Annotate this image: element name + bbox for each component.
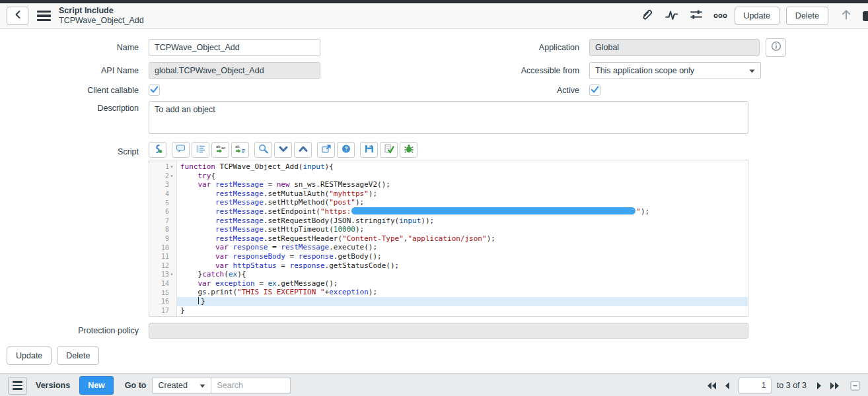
more-options-icon bbox=[713, 10, 727, 22]
syntax-check-icon bbox=[384, 144, 394, 156]
code-line: }catch(ex){ bbox=[177, 270, 748, 279]
new-version-button[interactable]: New bbox=[79, 376, 114, 395]
caret-down-icon bbox=[199, 381, 205, 390]
protection-policy-label: Protection policy bbox=[0, 326, 149, 335]
code-fold-icon[interactable]: ▾ bbox=[169, 271, 174, 277]
first-page-button[interactable] bbox=[706, 381, 717, 390]
goto-label: Go to bbox=[125, 381, 147, 390]
api-name-input bbox=[149, 62, 320, 79]
checkmark-icon bbox=[591, 84, 599, 96]
name-label: Name bbox=[0, 43, 149, 52]
code-line: var exception = ex.getMessage(); bbox=[177, 279, 748, 288]
attachment-button[interactable] bbox=[640, 9, 655, 22]
save-icon bbox=[364, 144, 375, 156]
editor-code[interactable]: function TCPWave_Object_Add(input){ try{… bbox=[177, 160, 748, 316]
editor-gutter: 1▾2▾3▾4▾5▾6▾7▾8▾9▾10▾11▾12▾13▾14▾15▾16▾1… bbox=[149, 160, 177, 316]
last-page-button[interactable] bbox=[829, 381, 840, 390]
find-previous-button[interactable] bbox=[294, 142, 312, 158]
script-include-form: Name Application API Name Accessible fro… bbox=[0, 29, 868, 339]
line-number: 11 bbox=[161, 253, 169, 260]
application-info-button[interactable] bbox=[766, 38, 786, 57]
search-button[interactable] bbox=[254, 142, 272, 158]
search-icon bbox=[258, 144, 269, 156]
versions-list-menu-button[interactable] bbox=[8, 377, 27, 395]
open-new-window-icon bbox=[321, 144, 332, 156]
back-button[interactable] bbox=[7, 7, 28, 25]
line-number: 7 bbox=[165, 217, 169, 224]
personalize-form-button[interactable] bbox=[689, 9, 704, 22]
activity-stream-button[interactable] bbox=[665, 9, 679, 22]
replace-all-button[interactable]: ab bbox=[231, 142, 249, 158]
api-name-label: API Name bbox=[0, 66, 149, 75]
script-editor-toolbar: abacab? bbox=[149, 142, 748, 158]
comment-button[interactable] bbox=[172, 142, 190, 158]
format-document-button[interactable] bbox=[192, 142, 209, 158]
form-header: Script Include TCPWave_Object_Add Update… bbox=[0, 3, 868, 29]
previous-page-button[interactable] bbox=[723, 381, 731, 390]
code-line: var response = restMessage.execute(); bbox=[177, 243, 748, 252]
client-callable-label: Client callable bbox=[0, 86, 149, 95]
row-range-text: to 3 of 3 bbox=[777, 381, 807, 390]
goto-search-input[interactable] bbox=[211, 377, 291, 394]
save-button[interactable] bbox=[360, 142, 378, 158]
line-number: 4 bbox=[165, 190, 169, 197]
footer-delete-button[interactable]: Delete bbox=[57, 346, 99, 365]
code-line: gs.print("THIS IS EXCEPTION "+exception)… bbox=[177, 288, 748, 297]
more-options-button[interactable] bbox=[713, 9, 728, 22]
debug-icon bbox=[404, 144, 414, 156]
redacted-endpoint-overlay bbox=[351, 207, 635, 214]
page-number-input[interactable] bbox=[739, 378, 772, 394]
client-callable-checkbox[interactable] bbox=[149, 84, 160, 96]
script-label: Script bbox=[0, 142, 149, 156]
application-label: Application bbox=[490, 43, 589, 52]
debug-button[interactable] bbox=[400, 142, 417, 158]
code-line: restMessage.setHttpMethod("post"); bbox=[177, 198, 748, 207]
syntax-check-button[interactable] bbox=[380, 142, 398, 158]
svg-text:ac: ac bbox=[221, 146, 225, 150]
name-input[interactable] bbox=[149, 39, 320, 56]
description-textarea[interactable]: To add an object bbox=[149, 101, 748, 134]
description-label: Description bbox=[0, 101, 149, 113]
help-button[interactable]: ? bbox=[337, 142, 355, 158]
clipped-edge-element bbox=[863, 11, 868, 21]
replace-all-icon: ab bbox=[235, 144, 246, 156]
checkmark-icon bbox=[150, 84, 159, 96]
pagination-controls: to 3 of 3 bbox=[700, 378, 860, 394]
replace-button[interactable]: abac bbox=[211, 142, 229, 158]
active-checkbox[interactable] bbox=[589, 84, 600, 96]
code-line: function TCPWave_Object_Add(input){ bbox=[177, 162, 748, 172]
context-menu-icon[interactable] bbox=[37, 11, 51, 22]
open-new-window-button[interactable] bbox=[317, 142, 335, 158]
application-input bbox=[589, 39, 760, 56]
replace-icon: abac bbox=[215, 144, 226, 156]
header-delete-button[interactable]: Delete bbox=[786, 7, 828, 25]
next-page-button[interactable] bbox=[816, 381, 823, 390]
code-line: try{ bbox=[177, 172, 748, 181]
syntax-editor-button[interactable] bbox=[149, 142, 166, 158]
footer-update-button[interactable]: Update bbox=[7, 346, 52, 365]
help-icon: ? bbox=[341, 144, 351, 156]
code-fold-icon[interactable]: ▾ bbox=[169, 164, 174, 170]
active-label: Active bbox=[490, 86, 589, 95]
accessible-from-select[interactable]: This application scope only bbox=[589, 62, 761, 79]
code-line: restMessage.setMutualAuth("myhttps"); bbox=[177, 189, 748, 199]
up-arrow-icon bbox=[840, 9, 852, 23]
code-line-active: } bbox=[177, 297, 748, 306]
svg-text:?: ? bbox=[344, 145, 347, 152]
form-footer-buttons: Update Delete bbox=[7, 346, 868, 365]
text-cursor bbox=[198, 297, 199, 304]
line-number: 5 bbox=[165, 199, 169, 207]
find-next-button[interactable] bbox=[274, 142, 292, 158]
collapse-list-button[interactable] bbox=[850, 381, 860, 391]
scroll-up-button[interactable] bbox=[839, 9, 853, 22]
header-update-button[interactable]: Update bbox=[735, 7, 779, 25]
goto-field-select[interactable]: Created bbox=[152, 377, 211, 394]
protection-policy-input bbox=[149, 323, 748, 339]
code-line: } bbox=[177, 306, 748, 315]
versions-list-bar: Versions New Go to Created to 3 of 3 bbox=[0, 373, 868, 396]
line-number: 6 bbox=[165, 208, 169, 215]
line-number: 14 bbox=[161, 280, 169, 287]
paperclip-icon bbox=[641, 9, 653, 24]
code-fold-icon[interactable]: ▾ bbox=[169, 173, 174, 179]
caret-down-icon bbox=[749, 66, 755, 75]
